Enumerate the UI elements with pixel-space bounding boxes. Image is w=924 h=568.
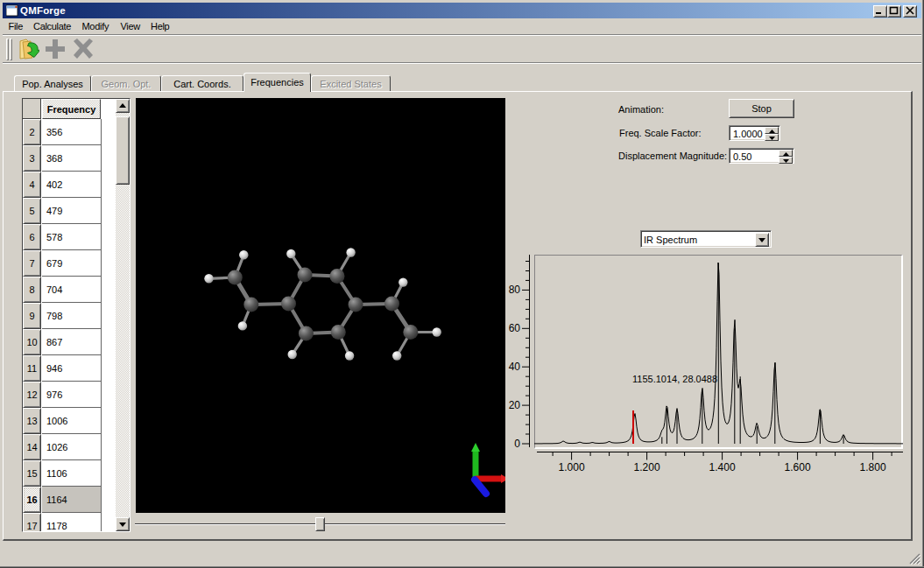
svg-text:1.600: 1.600	[785, 461, 811, 473]
svg-text:1155.1014, 28.0488: 1155.1014, 28.0488	[632, 374, 717, 384]
svg-text:1.200: 1.200	[634, 461, 660, 473]
svg-text:0: 0	[514, 438, 520, 450]
svg-text:1.400: 1.400	[709, 461, 736, 473]
svg-text:80: 80	[509, 284, 521, 296]
svg-text:60: 60	[509, 322, 521, 334]
svg-text:20: 20	[509, 399, 521, 411]
svg-text:1.800: 1.800	[860, 461, 886, 473]
svg-text:1.000: 1.000	[559, 461, 585, 473]
svg-text:40: 40	[509, 361, 521, 373]
